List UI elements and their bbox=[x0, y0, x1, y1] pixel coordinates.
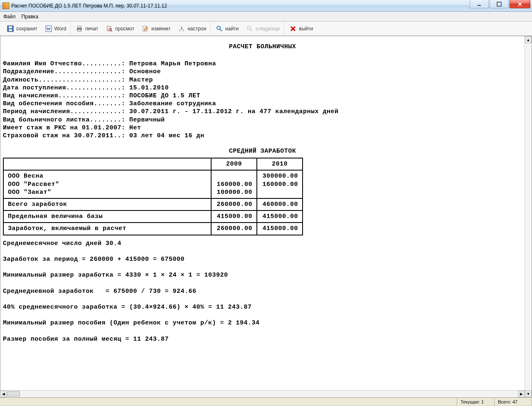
scroll-left-icon[interactable]: ◀ bbox=[0, 391, 7, 397]
th-blank bbox=[3, 158, 211, 170]
statusbar: Текущая: 1 Всего: 47 bbox=[0, 397, 532, 406]
maximize-icon bbox=[497, 2, 502, 7]
status-total: Всего: 47 bbox=[495, 398, 532, 406]
line-leaftype: Вид больничного листка........: Первичны… bbox=[3, 116, 522, 124]
avg-earnings-title: СРЕДНИЙ ЗАРАБОТОК bbox=[3, 147, 522, 155]
print-icon bbox=[76, 25, 83, 32]
scroll-up-icon[interactable]: ▲ bbox=[525, 36, 532, 43]
doc-title: РАСЧЕТ БОЛЬНИЧНЫХ bbox=[3, 43, 522, 51]
settings-icon bbox=[178, 25, 185, 32]
line-accrual: Вид начисления................: ПОСОБИЕ … bbox=[3, 92, 522, 100]
minimize-button[interactable] bbox=[470, 0, 489, 8]
cell-incl-label: Заработок, включаемый в расчет bbox=[3, 223, 211, 235]
window-controls bbox=[470, 0, 532, 11]
earnings-table: 2009 2010 ООО Весна ООО "Рассвет" ООО "З… bbox=[3, 158, 303, 235]
line-hire: Дата поступления..............: 15.01.20… bbox=[3, 84, 522, 92]
print-button[interactable]: печат bbox=[74, 24, 100, 34]
close-button[interactable] bbox=[510, 0, 530, 8]
scroll-right-icon[interactable]: ▶ bbox=[518, 391, 525, 397]
next-button[interactable]: следующи bbox=[244, 24, 281, 34]
line-fio: Фамилия Имя Отчество..........: Петрова … bbox=[3, 60, 522, 68]
calc-full-month: Размер пособия за полный месяц = 11 243.… bbox=[3, 335, 522, 343]
horizontal-scrollbar[interactable]: ◀ ▶ bbox=[0, 390, 525, 397]
toolbar: сохранит W Word печат просмот изменит на… bbox=[0, 22, 532, 36]
line-dept: Подразделение.................: Основное bbox=[3, 68, 522, 76]
titlebar: Расчет ПОСОБИЕ ДО 1.5 ЛЕТ Петрова М.П. п… bbox=[0, 0, 532, 12]
svg-rect-8 bbox=[78, 26, 81, 28]
scroll-down-icon[interactable]: ▼ bbox=[525, 390, 532, 397]
exit-button[interactable]: выйти bbox=[288, 24, 315, 34]
svg-point-17 bbox=[247, 26, 251, 30]
save-icon bbox=[7, 25, 14, 32]
line-provision: Вид обеспечения пособия.......: Заболева… bbox=[3, 100, 522, 108]
line-period: Период начисления.............: 30.07.20… bbox=[3, 108, 522, 116]
cell-total-y2: 460000.00 bbox=[257, 198, 303, 210]
minimize-icon bbox=[477, 2, 482, 7]
svg-rect-4 bbox=[9, 29, 12, 31]
cell-companies: ООО Весна ООО "Рассвет" ООО "Закат" bbox=[3, 170, 211, 198]
window-title: Расчет ПОСОБИЕ ДО 1.5 ЛЕТ Петрова М.П. п… bbox=[11, 3, 167, 9]
line-insurance: Страховой стаж на 30.07.2011..: 03 лет 0… bbox=[3, 132, 522, 140]
h-thumb[interactable] bbox=[7, 391, 20, 396]
th-year2: 2010 bbox=[257, 158, 303, 170]
cell-total-y1: 260000.00 bbox=[211, 198, 257, 210]
cell-incl-y2: 415000.00 bbox=[257, 223, 303, 235]
menu-edit[interactable]: Правка bbox=[22, 14, 39, 20]
svg-text:W: W bbox=[46, 26, 51, 31]
line-rks: Имеет стаж в РКС на 01.01.2007: Нет bbox=[3, 124, 522, 132]
preview-icon bbox=[106, 25, 113, 32]
document-view: РАСЧЕТ БОЛЬНИЧНЫХ Фамилия Имя Отчество..… bbox=[0, 36, 525, 397]
status-current: Текущая: 1 bbox=[457, 398, 495, 406]
h-track[interactable] bbox=[20, 391, 518, 397]
svg-line-18 bbox=[250, 29, 252, 31]
cell-comp-y1: 160000.00 100000.00 bbox=[211, 170, 257, 198]
calc-daily: Среднедневной заработок = 675000 / 730 =… bbox=[3, 287, 522, 295]
row-total: Всего заработок 260000.00 460000.00 bbox=[3, 198, 303, 210]
cell-incl-y1: 260000.00 bbox=[211, 223, 257, 235]
content-area: РАСЧЕТ БОЛЬНИЧНЫХ Фамилия Имя Отчество..… bbox=[0, 36, 532, 398]
cell-total-label: Всего заработок bbox=[3, 198, 211, 210]
cell-base-y1: 415000.00 bbox=[211, 210, 257, 223]
find-button[interactable]: найти bbox=[214, 24, 240, 34]
calc-avg-days: Среднемесячное число дней 30.4 bbox=[3, 240, 522, 248]
calc-earn-sum: Заработок за период = 260000 + 415000 = … bbox=[3, 255, 522, 263]
calc-min-benefit: Минимальный размер пособия (Один ребенок… bbox=[3, 319, 522, 327]
word-button[interactable]: W Word bbox=[43, 24, 68, 34]
preview-button[interactable]: просмот bbox=[104, 24, 136, 34]
calc-40pct: 40% среднемесячного заработка = (30.4×92… bbox=[3, 303, 522, 311]
change-button[interactable]: изменит bbox=[140, 24, 172, 34]
line-position: Должность.....................: Мастер bbox=[3, 76, 522, 84]
row-base: Предельная величина базы 415000.00 41500… bbox=[3, 210, 303, 223]
edit-icon bbox=[142, 25, 149, 32]
cell-base-label: Предельная величина базы bbox=[3, 210, 211, 223]
v-track[interactable] bbox=[525, 43, 532, 390]
word-icon: W bbox=[45, 25, 52, 32]
exit-icon bbox=[289, 25, 297, 32]
svg-point-14 bbox=[181, 28, 182, 30]
row-companies: ООО Весна ООО "Рассвет" ООО "Закат" 1600… bbox=[3, 170, 303, 198]
svg-rect-9 bbox=[78, 30, 81, 31]
calc-min-earn: Минимальный размер заработка = 4330 × 1 … bbox=[3, 271, 522, 279]
svg-line-16 bbox=[220, 29, 222, 31]
find-icon bbox=[216, 25, 223, 32]
svg-line-12 bbox=[111, 30, 112, 32]
close-icon bbox=[517, 2, 522, 7]
svg-rect-1 bbox=[497, 2, 501, 6]
maximize-button[interactable] bbox=[490, 0, 509, 8]
svg-point-15 bbox=[217, 26, 220, 30]
cell-comp-y2: 300000.00 160000.00 bbox=[257, 170, 303, 198]
settings-button[interactable]: настрои bbox=[176, 24, 208, 34]
save-button[interactable]: сохранит bbox=[5, 24, 39, 34]
vertical-scrollbar[interactable]: ▲ ▼ bbox=[525, 36, 532, 397]
next-icon bbox=[246, 25, 254, 32]
th-year1: 2009 bbox=[211, 158, 257, 170]
app-icon bbox=[2, 2, 9, 9]
menubar: Файл Правка bbox=[0, 12, 532, 22]
cell-base-y2: 415000.00 bbox=[257, 210, 303, 223]
row-incl: Заработок, включаемый в расчет 260000.00… bbox=[3, 223, 303, 235]
svg-rect-0 bbox=[478, 5, 481, 6]
svg-rect-3 bbox=[9, 26, 12, 28]
menu-file[interactable]: Файл bbox=[3, 14, 16, 20]
